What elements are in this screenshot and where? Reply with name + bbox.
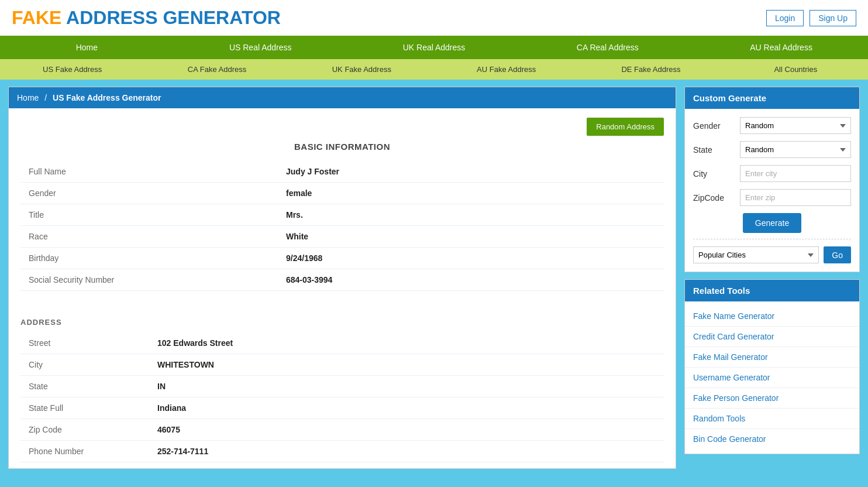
state-label: State [693, 145, 740, 155]
go-button[interactable]: Go [824, 246, 851, 263]
field-value: White [278, 226, 664, 248]
sidebar: Custom Generate Gender Random Male Femal… [684, 87, 860, 469]
nav-light-uk-fake[interactable]: UK Fake Address [290, 59, 434, 80]
nav-light: US Fake Address CA Fake Address UK Fake … [0, 59, 868, 80]
city-label: City [693, 169, 740, 179]
addr-value: 102 Edwards Street [149, 332, 664, 354]
field-label: Birthday [20, 248, 278, 269]
login-button[interactable]: Login [766, 10, 804, 26]
custom-gen-panel: Custom Generate Gender Random Male Femal… [684, 87, 860, 272]
nav-green-uk-real[interactable]: UK Real Address [347, 36, 521, 59]
main-wrap: Home / US Fake Address Generator Random … [0, 80, 868, 476]
addr-label: State Full [20, 397, 149, 419]
nav-light-ca-fake[interactable]: CA Fake Address [144, 59, 289, 80]
addr-label: City [20, 354, 149, 376]
related-tool-link[interactable]: Fake Mail Generator [685, 347, 859, 368]
basic-info-title: BASIC INFORMATION [20, 142, 664, 152]
field-label: Social Security Number [20, 269, 278, 291]
address-row: StateIN [20, 376, 664, 397]
zipcode-label: ZipCode [693, 193, 740, 203]
zipcode-row: ZipCode [693, 189, 851, 206]
field-value: 684-03-3994 [278, 269, 664, 291]
address-row: Zip Code46075 [20, 419, 664, 441]
address-row: Street102 Edwards Street [20, 332, 664, 354]
breadcrumb-home[interactable]: Home [17, 93, 39, 102]
zipcode-input[interactable] [740, 189, 851, 206]
related-tool-link[interactable]: Bin Code Generator [685, 429, 859, 449]
addr-value: Indiana [149, 397, 664, 419]
related-tool-link[interactable]: Random Tools [685, 409, 859, 429]
random-address-button[interactable]: Random Address [587, 118, 664, 136]
address-row: Phone Number252-714-7111 [20, 441, 664, 462]
state-row: State Random [693, 141, 851, 158]
nav-light-de-fake[interactable]: DE Fake Address [578, 59, 723, 80]
generate-button[interactable]: Generate [743, 213, 801, 233]
custom-gen-body: Gender Random Male Female State Random C… [685, 109, 859, 272]
state-select[interactable]: Random [740, 141, 851, 158]
gender-row: Gender Random Male Female [693, 117, 851, 134]
addr-label: State [20, 376, 149, 397]
gender-label: Gender [693, 121, 740, 131]
nav-green: Home US Real Address UK Real Address CA … [0, 36, 868, 59]
breadcrumb-separator: / [44, 93, 47, 102]
custom-gen-title: Custom Generate [685, 87, 859, 109]
related-tool-link[interactable]: Username Generator [685, 368, 859, 388]
addr-value: WHITESTOWN [149, 354, 664, 376]
field-value: Mrs. [278, 204, 664, 226]
signup-button[interactable]: Sign Up [810, 10, 856, 26]
field-label: Full Name [20, 161, 278, 183]
related-tools-body: Fake Name GeneratorCredit Card Generator… [685, 301, 859, 454]
basic-info-table: Full NameJudy J FosterGenderfemaleTitleM… [20, 161, 664, 291]
addr-label: Street [20, 332, 149, 354]
header-buttons: Login Sign Up [766, 10, 856, 26]
breadcrumb: Home / US Fake Address Generator [9, 87, 676, 108]
popular-row: Popular Cities Go [693, 239, 851, 263]
logo-fake: FAKE [12, 7, 61, 28]
nav-green-home[interactable]: Home [0, 36, 174, 59]
field-value: female [278, 183, 664, 204]
breadcrumb-current: US Fake Address Generator [53, 93, 161, 102]
popular-cities-select[interactable]: Popular Cities [693, 246, 819, 263]
header: FAKE ADDRESS GENERATOR Login Sign Up [0, 0, 868, 36]
logo: FAKE ADDRESS GENERATOR [12, 7, 281, 29]
nav-light-us-fake[interactable]: US Fake Address [0, 59, 144, 80]
content-panel: Home / US Fake Address Generator Random … [8, 87, 676, 469]
address-table: Street102 Edwards StreetCityWHITESTOWNSt… [20, 332, 664, 462]
nav-light-all-countries[interactable]: All Countries [724, 59, 868, 80]
basic-info-row: RaceWhite [20, 226, 664, 248]
random-btn-row: Random Address [20, 118, 664, 136]
content-inner: Random Address BASIC INFORMATION Full Na… [9, 108, 676, 312]
field-label: Gender [20, 183, 278, 204]
basic-info-row: Social Security Number684-03-3994 [20, 269, 664, 291]
related-tool-link[interactable]: Credit Card Generator [685, 327, 859, 347]
address-row: State FullIndiana [20, 397, 664, 419]
gender-select[interactable]: Random Male Female [740, 117, 851, 134]
city-row: City [693, 165, 851, 182]
addr-label: Zip Code [20, 419, 149, 441]
basic-info-row: TitleMrs. [20, 204, 664, 226]
city-input[interactable] [740, 165, 851, 182]
addr-value: IN [149, 376, 664, 397]
field-label: Race [20, 226, 278, 248]
basic-info-row: Genderfemale [20, 183, 664, 204]
field-value: Judy J Foster [278, 161, 664, 183]
logo-rest: ADDRESS GENERATOR [61, 7, 281, 28]
field-label: Title [20, 204, 278, 226]
basic-info-row: Birthday9/24/1968 [20, 248, 664, 269]
addr-value: 46075 [149, 419, 664, 441]
address-title: ADDRESS [20, 318, 664, 327]
address-section: ADDRESS Street102 Edwards StreetCityWHIT… [9, 312, 676, 468]
nav-green-ca-real[interactable]: CA Real Address [521, 36, 694, 59]
related-tools-panel: Related Tools Fake Name GeneratorCredit … [684, 279, 860, 454]
address-row: CityWHITESTOWN [20, 354, 664, 376]
nav-green-au-real[interactable]: AU Real Address [694, 36, 868, 59]
nav-green-us-real[interactable]: US Real Address [174, 36, 347, 59]
addr-label: Phone Number [20, 441, 149, 462]
field-value: 9/24/1968 [278, 248, 664, 269]
basic-info-row: Full NameJudy J Foster [20, 161, 664, 183]
related-tools-title: Related Tools [685, 280, 859, 301]
addr-value: 252-714-7111 [149, 441, 664, 462]
related-tool-link[interactable]: Fake Name Generator [685, 306, 859, 327]
related-tool-link[interactable]: Fake Person Generator [685, 388, 859, 409]
nav-light-au-fake[interactable]: AU Fake Address [434, 59, 578, 80]
